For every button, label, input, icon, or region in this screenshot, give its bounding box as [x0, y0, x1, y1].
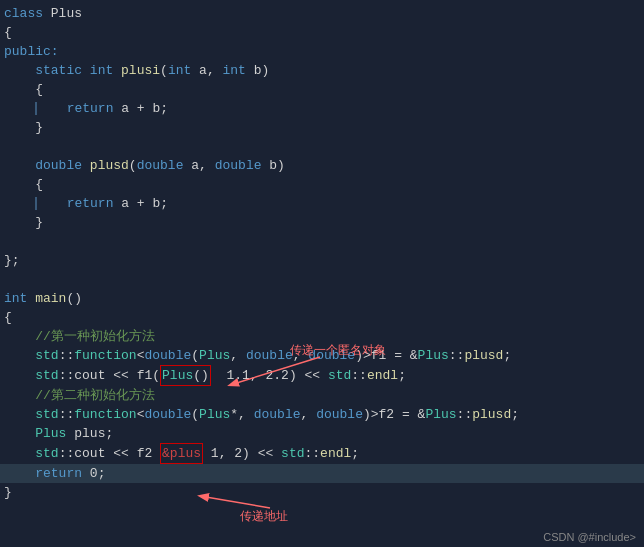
- code-line-24: std::cout << f2 &plus 1, 2) << std::endl…: [0, 443, 644, 464]
- code-line-2: {: [0, 23, 644, 42]
- code-line-20: std::cout << f1(Plus() 1.1, 2.2) << std:…: [0, 365, 644, 386]
- code-line-9: double plusd(double a, double b): [0, 156, 644, 175]
- plus-highlight-2: &plus: [160, 443, 203, 464]
- code-line-4: static int plusi(int a, int b): [0, 61, 644, 80]
- code-line-1: class Plus: [0, 4, 644, 23]
- annotation-address: 传递地址: [240, 508, 288, 525]
- code-line-3: public:: [0, 42, 644, 61]
- code-line-25: return 0;: [0, 464, 644, 483]
- annotation-anonymous: 传递一个匿名对象: [290, 342, 386, 359]
- code-line-15: [0, 270, 644, 289]
- plus-highlight-1: Plus(): [160, 365, 211, 386]
- code-line-8: [0, 137, 644, 156]
- code-line-13: [0, 232, 644, 251]
- code-line-23: Plus plus;: [0, 424, 644, 443]
- code-line-21: //第二种初始化方法: [0, 386, 644, 405]
- code-line-11: return a + b;: [0, 194, 644, 213]
- code-line-22: std::function<double(Plus*, double, doub…: [0, 405, 644, 424]
- code-line-16: int main(): [0, 289, 644, 308]
- code-line-17: {: [0, 308, 644, 327]
- code-line-26: }: [0, 483, 644, 502]
- code-editor: class Plus { public: static int plusi(in…: [0, 0, 644, 547]
- watermark: CSDN @#include>: [543, 531, 636, 543]
- code-line-10: {: [0, 175, 644, 194]
- code-line-5: {: [0, 80, 644, 99]
- code-line-7: }: [0, 118, 644, 137]
- code-line-6: return a + b;: [0, 99, 644, 118]
- code-line-12: }: [0, 213, 644, 232]
- code-line-14: };: [0, 251, 644, 270]
